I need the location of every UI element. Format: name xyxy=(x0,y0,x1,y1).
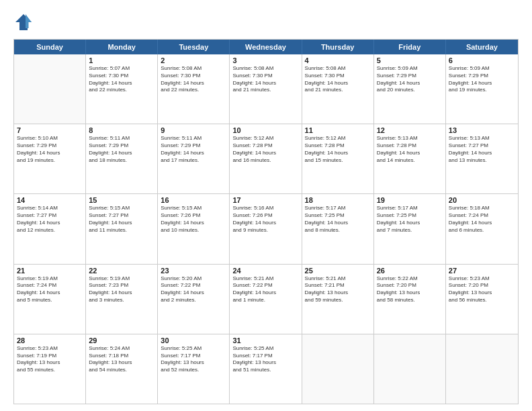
day-number: 14 xyxy=(17,196,83,204)
cell-info: Sunrise: 5:08 AM Sunset: 7:30 PM Dayligh… xyxy=(232,65,298,94)
cell-info: Sunrise: 5:08 AM Sunset: 7:30 PM Dayligh… xyxy=(161,65,226,94)
cell-info: Sunrise: 5:13 AM Sunset: 7:27 PM Dayligh… xyxy=(449,135,515,164)
cell-info: Sunrise: 5:16 AM Sunset: 7:26 PM Dayligh… xyxy=(232,205,298,234)
calendar-cell xyxy=(446,334,518,404)
header xyxy=(13,12,519,32)
calendar-cell: 19Sunrise: 5:17 AM Sunset: 7:25 PM Dayli… xyxy=(374,194,446,263)
cell-info: Sunrise: 5:14 AM Sunset: 7:27 PM Dayligh… xyxy=(17,205,83,234)
calendar-cell xyxy=(374,334,446,404)
day-number: 28 xyxy=(17,336,83,345)
calendar-cell: 4Sunrise: 5:08 AM Sunset: 7:30 PM Daylig… xyxy=(302,54,374,124)
page: SundayMondayTuesdayWednesdayThursdayFrid… xyxy=(0,0,532,411)
calendar-cell: 23Sunrise: 5:20 AM Sunset: 7:22 PM Dayli… xyxy=(158,265,230,334)
calendar-cell: 12Sunrise: 5:13 AM Sunset: 7:28 PM Dayli… xyxy=(374,124,446,193)
day-number: 15 xyxy=(89,196,154,204)
calendar-cell: 22Sunrise: 5:19 AM Sunset: 7:23 PM Dayli… xyxy=(86,265,158,334)
cell-info: Sunrise: 5:23 AM Sunset: 7:19 PM Dayligh… xyxy=(17,345,83,374)
day-number: 20 xyxy=(449,196,515,204)
cell-info: Sunrise: 5:07 AM Sunset: 7:30 PM Dayligh… xyxy=(89,65,154,94)
day-number: 6 xyxy=(449,56,515,64)
day-number: 30 xyxy=(161,336,226,345)
calendar-cell: 18Sunrise: 5:17 AM Sunset: 7:25 PM Dayli… xyxy=(302,194,374,263)
calendar-row-3: 14Sunrise: 5:14 AM Sunset: 7:27 PM Dayli… xyxy=(14,193,518,263)
header-day-tuesday: Tuesday xyxy=(158,40,230,54)
cell-info: Sunrise: 5:19 AM Sunset: 7:23 PM Dayligh… xyxy=(89,275,154,304)
calendar-cell: 10Sunrise: 5:12 AM Sunset: 7:28 PM Dayli… xyxy=(230,124,302,193)
svg-marker-1 xyxy=(26,14,32,28)
cell-info: Sunrise: 5:20 AM Sunset: 7:22 PM Dayligh… xyxy=(161,275,226,304)
calendar-cell: 13Sunrise: 5:13 AM Sunset: 7:27 PM Dayli… xyxy=(446,124,518,193)
calendar-body: 1Sunrise: 5:07 AM Sunset: 7:30 PM Daylig… xyxy=(14,54,518,404)
day-number: 9 xyxy=(161,126,226,134)
day-number: 7 xyxy=(17,126,83,134)
day-number: 29 xyxy=(89,336,154,345)
calendar-cell: 6Sunrise: 5:09 AM Sunset: 7:29 PM Daylig… xyxy=(446,54,518,124)
calendar-cell xyxy=(14,54,86,124)
cell-info: Sunrise: 5:17 AM Sunset: 7:25 PM Dayligh… xyxy=(377,205,443,234)
day-number: 11 xyxy=(305,126,371,134)
day-number: 27 xyxy=(449,267,515,275)
day-number: 31 xyxy=(232,336,298,345)
day-number: 23 xyxy=(161,267,226,275)
calendar-cell: 14Sunrise: 5:14 AM Sunset: 7:27 PM Dayli… xyxy=(14,194,86,263)
calendar-cell: 26Sunrise: 5:22 AM Sunset: 7:20 PM Dayli… xyxy=(374,265,446,334)
cell-info: Sunrise: 5:15 AM Sunset: 7:26 PM Dayligh… xyxy=(161,205,226,234)
calendar-cell: 24Sunrise: 5:21 AM Sunset: 7:22 PM Dayli… xyxy=(230,265,302,334)
logo xyxy=(13,12,36,32)
calendar-cell: 20Sunrise: 5:18 AM Sunset: 7:24 PM Dayli… xyxy=(446,194,518,263)
calendar-row-4: 21Sunrise: 5:19 AM Sunset: 7:24 PM Dayli… xyxy=(14,264,518,334)
header-day-friday: Friday xyxy=(374,40,446,54)
calendar-cell: 7Sunrise: 5:10 AM Sunset: 7:29 PM Daylig… xyxy=(14,124,86,193)
calendar-cell xyxy=(302,334,374,404)
calendar-cell: 27Sunrise: 5:23 AM Sunset: 7:20 PM Dayli… xyxy=(446,265,518,334)
cell-info: Sunrise: 5:25 AM Sunset: 7:17 PM Dayligh… xyxy=(161,345,226,374)
calendar-cell: 28Sunrise: 5:23 AM Sunset: 7:19 PM Dayli… xyxy=(14,334,86,404)
calendar-row-1: 1Sunrise: 5:07 AM Sunset: 7:30 PM Daylig… xyxy=(14,54,518,124)
day-number: 12 xyxy=(377,126,443,134)
header-day-sunday: Sunday xyxy=(14,40,86,54)
cell-info: Sunrise: 5:17 AM Sunset: 7:25 PM Dayligh… xyxy=(305,205,371,234)
cell-info: Sunrise: 5:09 AM Sunset: 7:29 PM Dayligh… xyxy=(449,65,515,94)
calendar-cell: 21Sunrise: 5:19 AM Sunset: 7:24 PM Dayli… xyxy=(14,265,86,334)
calendar-cell: 3Sunrise: 5:08 AM Sunset: 7:30 PM Daylig… xyxy=(230,54,302,124)
day-number: 22 xyxy=(89,267,154,275)
calendar-header: SundayMondayTuesdayWednesdayThursdayFrid… xyxy=(14,40,518,54)
calendar-cell: 2Sunrise: 5:08 AM Sunset: 7:30 PM Daylig… xyxy=(158,54,230,124)
cell-info: Sunrise: 5:21 AM Sunset: 7:21 PM Dayligh… xyxy=(305,275,371,304)
calendar-cell: 29Sunrise: 5:24 AM Sunset: 7:18 PM Dayli… xyxy=(86,334,158,404)
day-number: 26 xyxy=(377,267,443,275)
day-number: 4 xyxy=(305,56,371,64)
calendar-cell: 1Sunrise: 5:07 AM Sunset: 7:30 PM Daylig… xyxy=(86,54,158,124)
day-number: 1 xyxy=(89,56,154,64)
calendar-cell: 9Sunrise: 5:11 AM Sunset: 7:29 PM Daylig… xyxy=(158,124,230,193)
cell-info: Sunrise: 5:24 AM Sunset: 7:18 PM Dayligh… xyxy=(89,345,154,374)
cell-info: Sunrise: 5:23 AM Sunset: 7:20 PM Dayligh… xyxy=(449,275,515,304)
cell-info: Sunrise: 5:09 AM Sunset: 7:29 PM Dayligh… xyxy=(377,65,443,94)
day-number: 2 xyxy=(161,56,226,64)
cell-info: Sunrise: 5:25 AM Sunset: 7:17 PM Dayligh… xyxy=(232,345,298,374)
cell-info: Sunrise: 5:21 AM Sunset: 7:22 PM Dayligh… xyxy=(232,275,298,304)
day-number: 13 xyxy=(449,126,515,134)
calendar-cell: 15Sunrise: 5:15 AM Sunset: 7:27 PM Dayli… xyxy=(86,194,158,263)
day-number: 3 xyxy=(232,56,298,64)
header-day-monday: Monday xyxy=(86,40,158,54)
day-number: 5 xyxy=(377,56,443,64)
calendar-cell: 17Sunrise: 5:16 AM Sunset: 7:26 PM Dayli… xyxy=(230,194,302,263)
cell-info: Sunrise: 5:12 AM Sunset: 7:28 PM Dayligh… xyxy=(305,135,371,164)
header-day-thursday: Thursday xyxy=(302,40,374,54)
cell-info: Sunrise: 5:22 AM Sunset: 7:20 PM Dayligh… xyxy=(377,275,443,304)
calendar-cell: 5Sunrise: 5:09 AM Sunset: 7:29 PM Daylig… xyxy=(374,54,446,124)
cell-info: Sunrise: 5:11 AM Sunset: 7:29 PM Dayligh… xyxy=(89,135,154,164)
calendar-cell: 16Sunrise: 5:15 AM Sunset: 7:26 PM Dayli… xyxy=(158,194,230,263)
day-number: 8 xyxy=(89,126,154,134)
calendar-cell: 31Sunrise: 5:25 AM Sunset: 7:17 PM Dayli… xyxy=(230,334,302,404)
calendar-row-2: 7Sunrise: 5:10 AM Sunset: 7:29 PM Daylig… xyxy=(14,124,518,193)
calendar-row-5: 28Sunrise: 5:23 AM Sunset: 7:19 PM Dayli… xyxy=(14,334,518,404)
header-day-wednesday: Wednesday xyxy=(230,40,302,54)
calendar-cell: 8Sunrise: 5:11 AM Sunset: 7:29 PM Daylig… xyxy=(86,124,158,193)
cell-info: Sunrise: 5:15 AM Sunset: 7:27 PM Dayligh… xyxy=(89,205,154,234)
logo-icon xyxy=(13,12,34,32)
calendar-cell: 30Sunrise: 5:25 AM Sunset: 7:17 PM Dayli… xyxy=(158,334,230,404)
day-number: 19 xyxy=(377,196,443,204)
day-number: 10 xyxy=(232,126,298,134)
